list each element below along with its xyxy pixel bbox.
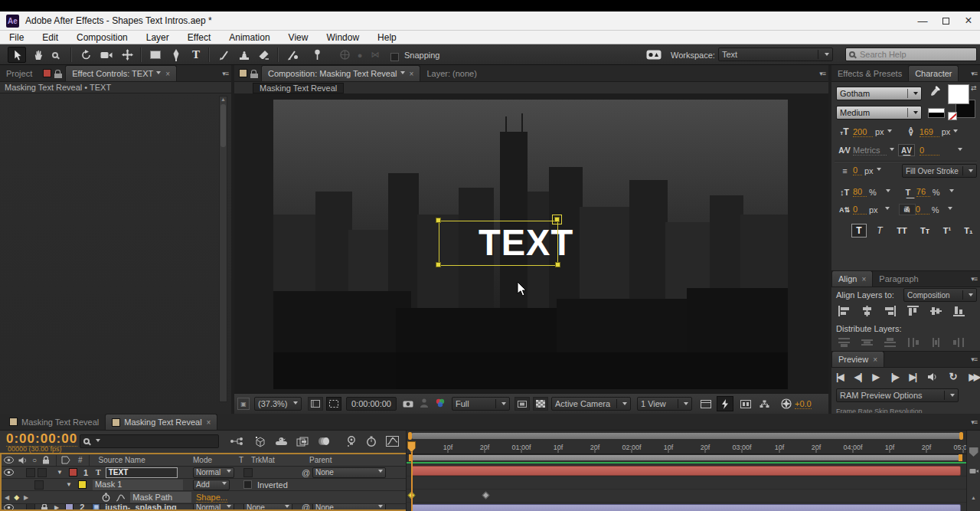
timeline-tab-1[interactable]: Masking Text Reveal xyxy=(3,414,105,430)
close-tab-icon[interactable]: × xyxy=(861,275,866,283)
source-name-column-header[interactable]: Source Name xyxy=(99,456,145,464)
next-frame-button[interactable]: |▶ xyxy=(891,372,898,382)
play-button[interactable]: ▶ xyxy=(872,372,879,382)
vertical-scale-caret[interactable] xyxy=(886,189,890,195)
close-tab-icon[interactable]: × xyxy=(410,70,414,78)
small-caps-button[interactable]: Tт xyxy=(916,224,933,237)
align-top-icon[interactable] xyxy=(906,305,920,317)
scrollbar[interactable]: ▲ xyxy=(219,96,227,402)
keyframe-next-arrow[interactable]: ▶ xyxy=(24,494,28,501)
comp-button-icon[interactable] xyxy=(967,467,980,475)
solo-column-icon[interactable]: ○ xyxy=(32,456,37,464)
font-style-dropdown[interactable]: Medium xyxy=(836,106,922,120)
stroke-width-value[interactable]: 0 xyxy=(853,165,862,175)
camera-tool[interactable] xyxy=(97,47,116,63)
leading-caret[interactable] xyxy=(953,129,958,135)
navigator-start-handle[interactable] xyxy=(408,432,412,440)
shy-layers-icon[interactable] xyxy=(273,434,289,448)
audio-button[interactable] xyxy=(927,372,937,382)
channels-icon[interactable] xyxy=(433,397,447,409)
snapping-checkbox[interactable] xyxy=(390,50,399,64)
tab-character[interactable]: Character xyxy=(908,65,959,81)
selection-handle[interactable] xyxy=(555,262,560,267)
tab-layer[interactable]: Layer: (none) xyxy=(420,65,482,81)
align-right-icon[interactable] xyxy=(884,305,897,317)
mask-color[interactable] xyxy=(78,480,87,489)
leading-value[interactable]: 169 xyxy=(920,127,939,137)
exposure-value[interactable]: +0.0 xyxy=(795,399,812,408)
scroll-up-icon[interactable]: ▲ xyxy=(220,97,227,103)
mask-visibility-box[interactable] xyxy=(34,480,44,490)
align-layers-dropdown[interactable]: Composition xyxy=(903,288,977,302)
navigator-end-handle[interactable] xyxy=(959,432,963,440)
close-tab-icon[interactable]: × xyxy=(207,418,211,427)
kerning-value[interactable]: Metrics xyxy=(853,146,887,156)
last-frame-button[interactable]: ▶| xyxy=(910,372,916,382)
tab-composition[interactable]: Composition: Masking Text Reveal× xyxy=(261,65,420,81)
tab-paragraph[interactable]: Paragraph xyxy=(873,270,924,287)
menu-composition[interactable]: Composition xyxy=(67,32,137,43)
video-column-icon[interactable] xyxy=(4,457,14,464)
number-column-header[interactable]: # xyxy=(78,456,83,464)
close-tab-icon[interactable]: × xyxy=(873,355,877,364)
eye-icon[interactable] xyxy=(4,469,14,476)
selection-handle[interactable] xyxy=(436,218,441,223)
selection-handle[interactable] xyxy=(436,262,441,267)
roto-brush-tool[interactable] xyxy=(283,47,302,63)
timeline-toggle-icon[interactable] xyxy=(698,397,714,411)
magnification-dropdown[interactable]: (37.3%) xyxy=(254,397,302,411)
comp-mini-flowchart-icon[interactable] xyxy=(228,434,245,448)
region-of-interest-icon[interactable] xyxy=(326,397,341,411)
eraser-tool[interactable] xyxy=(255,47,273,63)
graph-editor-icon[interactable] xyxy=(383,434,401,449)
mode-column-header[interactable]: Mode xyxy=(193,456,212,464)
font-size-value[interactable]: 200 xyxy=(853,127,873,137)
parent-column-header[interactable]: Parent xyxy=(309,456,332,464)
panel-menu-icon[interactable]: ▾≡ xyxy=(971,275,977,283)
previous-frame-button[interactable]: ◀| xyxy=(854,372,861,382)
close-tab-icon[interactable]: × xyxy=(165,70,170,78)
menu-animation[interactable]: Animation xyxy=(220,32,279,43)
kerning-caret[interactable] xyxy=(890,148,894,153)
trkmat-column-header[interactable]: TrkMat xyxy=(251,456,275,464)
subscript-button[interactable]: T₁ xyxy=(961,224,976,237)
mask-name[interactable]: Mask 1 xyxy=(93,480,183,490)
expand-arrow[interactable]: ▼ xyxy=(57,469,63,476)
work-area-bar[interactable] xyxy=(411,455,959,460)
stroke-width-caret[interactable] xyxy=(877,168,881,173)
brush-tool[interactable] xyxy=(214,47,233,63)
ram-preview-button[interactable]: ▶▶ xyxy=(969,372,978,382)
menu-view[interactable]: View xyxy=(279,32,318,43)
layer-row-text[interactable]: ▼ 1 T TEXT Normal @ None xyxy=(0,467,406,479)
blend-mode-dropdown[interactable]: Normal xyxy=(193,467,234,478)
menu-layer[interactable]: Layer xyxy=(137,32,178,43)
pen-tool[interactable] xyxy=(167,47,185,63)
keyframe-diamond-icon[interactable]: ◆ xyxy=(14,493,19,501)
tab-project[interactable]: Project xyxy=(0,65,38,81)
pick-whip-icon[interactable]: @ xyxy=(302,468,310,477)
font-size-caret[interactable] xyxy=(887,129,892,135)
panel-menu-icon[interactable]: ▾≡ xyxy=(971,418,977,426)
tracking-caret[interactable] xyxy=(958,148,962,153)
property-graph-icon[interactable] xyxy=(116,493,126,502)
menu-window[interactable]: Window xyxy=(317,32,368,43)
exposure-icon[interactable] xyxy=(779,396,793,411)
snapshot-icon[interactable] xyxy=(401,398,415,409)
expand-arrow[interactable]: ▼ xyxy=(66,481,72,488)
target-region-icon[interactable] xyxy=(514,397,530,411)
baseline-shift-caret[interactable] xyxy=(885,207,890,212)
all-caps-button[interactable]: TT xyxy=(893,224,911,237)
panel-menu-icon[interactable]: ▾≡ xyxy=(222,70,228,77)
menu-file[interactable]: File xyxy=(0,32,33,43)
selection-handle-active[interactable] xyxy=(554,217,560,222)
hand-tool[interactable] xyxy=(29,47,47,63)
motion-blur-icon[interactable] xyxy=(315,434,332,448)
shape-tool[interactable] xyxy=(146,47,165,63)
faux-italic-button[interactable]: T xyxy=(872,224,887,237)
tab-align[interactable]: Align× xyxy=(831,270,873,287)
layer1-duration-bar[interactable] xyxy=(411,466,961,476)
align-vcenter-icon[interactable] xyxy=(929,305,942,317)
viewer-timecode[interactable]: 0:00:00:00 xyxy=(346,397,397,411)
solo-toggle[interactable] xyxy=(26,468,35,477)
rotation-tool[interactable] xyxy=(77,47,95,63)
